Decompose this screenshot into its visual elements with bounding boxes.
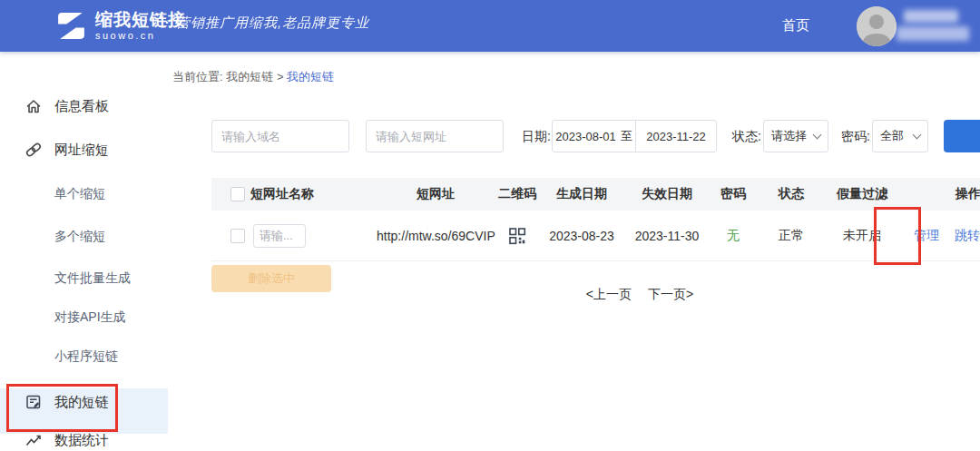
top-header-bar: 缩我短链接 suowo.cn ·营销推广用缩我,老品牌更专业 首页 — [0, 0, 980, 52]
prev-page-link[interactable]: <上一页 — [586, 287, 632, 303]
username-redacted-line1 — [904, 10, 958, 23]
delete-selected-button[interactable]: 删除选中 — [211, 265, 331, 292]
home-icon — [24, 97, 43, 115]
table-row: http://mtw.so/69CVIP 2023-08-23 20 — [211, 211, 980, 261]
col-header-password: 密码 — [710, 186, 756, 202]
date-end-value[interactable]: 2023-11-22 — [636, 130, 716, 143]
row-expire-date: 2023-11-30 — [623, 229, 710, 243]
row-checkbox[interactable] — [230, 229, 245, 243]
date-range-picker[interactable]: 2023-08-01 至 2023-11-22 — [552, 120, 717, 152]
nav-home-link[interactable]: 首页 — [782, 17, 809, 34]
date-range-separator: 至 — [621, 128, 632, 144]
username-redacted-line2 — [897, 26, 969, 41]
password-select[interactable]: 全部 — [872, 120, 928, 152]
chart-icon — [24, 431, 43, 449]
table-header-row: 短网址名称 短网址 二维码 生成日期 失效日期 密码 状态 假量过滤 操作 — [211, 178, 980, 211]
row-fake-filter-status: 未开启 — [827, 228, 897, 244]
redirect-settings-link[interactable]: 跳转设置 — [955, 228, 980, 242]
col-header-name: 短网址名称 — [245, 186, 377, 202]
tagline-text: 营销推广用缩我,老品牌更专业 — [176, 15, 369, 30]
user-avatar[interactable] — [857, 6, 897, 46]
select-all-checkbox[interactable] — [230, 187, 245, 201]
sidebar-item-api-generate[interactable]: 对接API生成 — [54, 309, 126, 326]
password-select-value: 全部 — [880, 128, 904, 144]
qr-code-icon[interactable] — [507, 226, 527, 246]
status-select-value: 请选择 — [771, 128, 807, 144]
row-name-input[interactable] — [253, 224, 306, 248]
date-filter-label: 日期: — [522, 129, 551, 145]
col-header-qr: 二维码 — [495, 186, 540, 202]
sidebar-item-label: 我的短链 — [54, 394, 109, 411]
tagline-separator: · — [165, 15, 171, 30]
breadcrumb-separator: > — [277, 70, 284, 83]
breadcrumb-current[interactable]: 我的短链 — [287, 70, 334, 83]
date-start-value: 2023-08-01 — [555, 130, 616, 143]
col-header-short-url: 短网址 — [377, 186, 495, 202]
app-window: 缩我短链接 suowo.cn ·营销推广用缩我,老品牌更专业 首页 信息看板 — [0, 0, 980, 451]
domain-search-input[interactable] — [211, 120, 349, 152]
col-header-actions: 操作 — [897, 186, 980, 202]
brand-tagline: ·营销推广用缩我,老品牌更专业 — [165, 15, 369, 32]
short-url-search-input[interactable] — [366, 120, 504, 152]
status-select[interactable]: 请选择 — [763, 120, 828, 152]
chevron-down-icon — [813, 130, 822, 139]
col-header-expire: 失效日期 — [623, 186, 710, 202]
link-icon — [24, 141, 43, 159]
sidebar-item-label: 数据统计 — [54, 432, 109, 449]
brand-domain: suowo.cn — [95, 31, 186, 41]
next-page-link[interactable]: 下一页> — [648, 287, 693, 303]
row-password-status: 无 — [710, 228, 756, 244]
sidebar-item-multi-shorten[interactable]: 多个缩短 — [54, 229, 105, 245]
col-header-created: 生成日期 — [540, 186, 623, 202]
date-start-segment[interactable]: 2023-08-01 至 — [553, 121, 636, 152]
manage-link[interactable]: 管理 — [914, 228, 939, 242]
sidebar-item-file-batch[interactable]: 文件批量生成 — [54, 270, 131, 287]
sidebar-item-label: 网址缩短 — [54, 142, 109, 159]
password-filter-label: 密码: — [841, 129, 870, 145]
suowo-s-icon — [54, 9, 88, 43]
sidebar-item-single-shorten[interactable]: 单个缩短 — [54, 186, 105, 202]
person-icon — [857, 6, 897, 46]
pagination: <上一页 下一页> — [508, 287, 771, 303]
sidebar-item-label: 信息看板 — [54, 98, 109, 115]
chevron-down-icon — [913, 130, 922, 139]
breadcrumb-prefix: 当前位置: — [172, 70, 223, 83]
short-links-table: 短网址名称 短网址 二维码 生成日期 失效日期 密码 状态 假量过滤 操作 ht… — [211, 178, 980, 261]
breadcrumb: 当前位置: 我的短链 > 我的短链 — [172, 69, 334, 85]
col-header-status: 状态 — [756, 186, 827, 202]
sidebar-item-miniprogram-links[interactable]: 小程序短链 — [54, 348, 118, 365]
search-button[interactable] — [944, 120, 980, 152]
col-header-fake-filter: 假量过滤 — [827, 186, 897, 202]
status-filter-label: 状态: — [732, 129, 761, 145]
row-created-date: 2023-08-23 — [540, 229, 623, 243]
doc-edit-icon — [24, 393, 43, 411]
row-status: 正常 — [756, 228, 827, 244]
row-short-url: http://mtw.so/69CVIP — [377, 229, 495, 243]
breadcrumb-parent: 我的短链 — [226, 70, 273, 83]
